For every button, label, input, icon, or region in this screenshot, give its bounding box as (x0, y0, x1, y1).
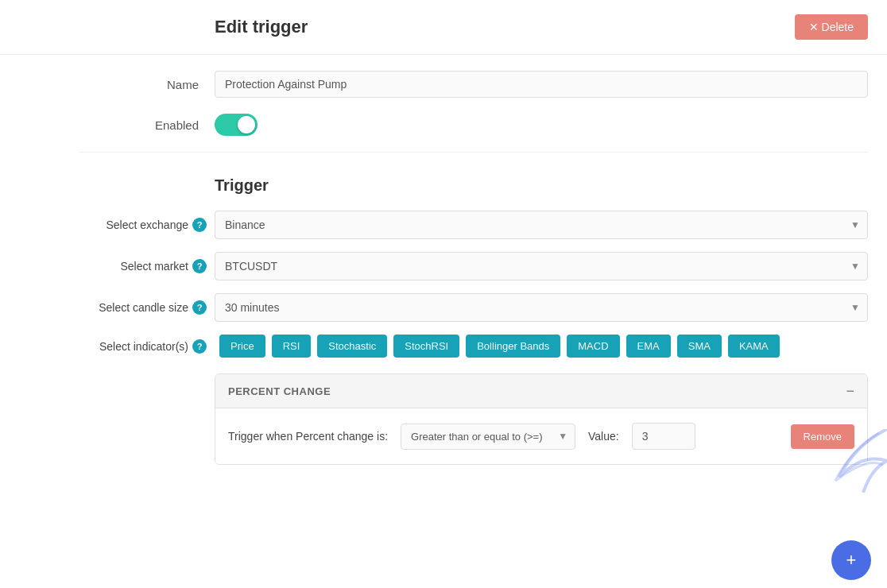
trigger-condition-row: Trigger when Percent change is: Greater … (228, 423, 854, 450)
card-header: PERCENT CHANGE − (215, 374, 867, 408)
exchange-label: Select exchange ? (79, 218, 215, 232)
toggle-container (215, 114, 258, 136)
indicator-btn-ema[interactable]: EMA (626, 335, 671, 358)
collapse-button[interactable]: − (846, 384, 854, 398)
trigger-section: Trigger Select exchange ? Binance ▼ Sele… (79, 168, 868, 465)
condition-select[interactable]: Greater than or equal to (>=) (401, 424, 575, 450)
candle-label: Select candle size ? (79, 300, 215, 315)
indicator-btn-rsi[interactable]: RSI (272, 335, 312, 358)
indicator-btn-kama[interactable]: KAMA (728, 335, 780, 358)
enabled-label: Enabled (79, 118, 215, 132)
fab-icon: + (846, 550, 857, 571)
name-row: Name (79, 71, 868, 98)
indicator-help-icon[interactable]: ? (192, 339, 207, 354)
market-row: Select market ? BTCUSDT ▼ (79, 252, 868, 280)
percent-change-card: PERCENT CHANGE − Trigger when Percent ch… (215, 373, 868, 465)
section-divider (79, 152, 868, 153)
indicator-btn-sma[interactable]: SMA (677, 335, 722, 358)
candle-row: Select candle size ? 30 minutes ▼ (79, 293, 868, 322)
delete-button[interactable]: ✕ Delete (795, 14, 868, 40)
bird-decoration (823, 429, 887, 493)
value-input[interactable] (632, 423, 695, 450)
exchange-row: Select exchange ? Binance ▼ (79, 211, 868, 239)
percent-change-title: PERCENT CHANGE (228, 385, 331, 397)
content-area: Name Enabled Trigger Select exchange ? (0, 55, 887, 481)
toggle-slider (215, 114, 258, 136)
indicator-row: Select indicator(s) ? PriceRSIStochastic… (79, 335, 868, 358)
market-label: Select market ? (79, 259, 215, 273)
indicator-btn-bollinger-bands[interactable]: Bollinger Bands (466, 335, 560, 358)
candle-help-icon[interactable]: ? (192, 300, 207, 315)
name-input[interactable] (215, 71, 868, 98)
market-select-wrapper: BTCUSDT ▼ (215, 252, 868, 280)
indicator-btn-price[interactable]: Price (219, 335, 265, 358)
name-label: Name (79, 78, 215, 91)
indicator-btn-stochastic[interactable]: Stochastic (317, 335, 387, 358)
trigger-section-title: Trigger (79, 176, 868, 195)
condition-select-wrapper: Greater than or equal to (>=) ▼ (401, 424, 575, 450)
indicator-label: Select indicator(s) ? (79, 339, 215, 354)
page-wrapper: Edit trigger ✕ Delete Name Enabled Trigg… (0, 0, 887, 588)
indicator-btn-macd[interactable]: MACD (567, 335, 619, 358)
candle-select-wrapper: 30 minutes ▼ (215, 293, 868, 322)
page-title: Edit trigger (215, 17, 308, 37)
header-bar: Edit trigger ✕ Delete (0, 0, 887, 55)
toggle-switch[interactable] (215, 114, 258, 136)
exchange-select[interactable]: Binance (215, 211, 868, 239)
value-label: Value: (588, 430, 619, 443)
trigger-when-label: Trigger when Percent change is: (228, 430, 388, 443)
market-help-icon[interactable]: ? (192, 259, 207, 273)
indicator-buttons: PriceRSIStochasticStochRSIBollinger Band… (219, 335, 780, 358)
candle-select[interactable]: 30 minutes (215, 293, 868, 322)
card-body: Trigger when Percent change is: Greater … (215, 408, 867, 464)
market-select[interactable]: BTCUSDT (215, 252, 868, 280)
enabled-row: Enabled (79, 114, 868, 136)
exchange-help-icon[interactable]: ? (192, 218, 207, 232)
fab-button[interactable]: + (831, 540, 871, 580)
exchange-select-wrapper: Binance ▼ (215, 211, 868, 239)
indicator-btn-stochrsi[interactable]: StochRSI (393, 335, 459, 358)
